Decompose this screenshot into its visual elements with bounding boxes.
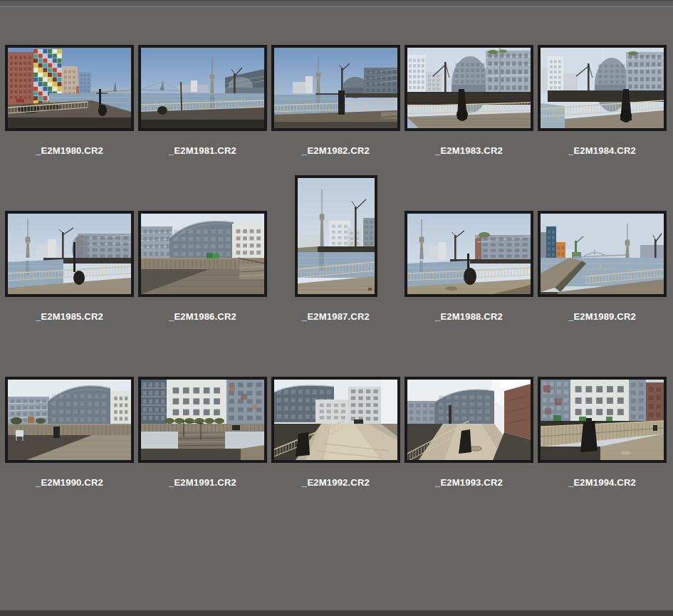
thumb-area <box>405 174 533 297</box>
photo-thumbnail[interactable] <box>5 211 134 297</box>
photo-thumbnail[interactable] <box>5 45 134 131</box>
photo-cell: _E2M1993.CR2 <box>402 377 536 488</box>
photo-filename[interactable]: _E2M1980.CR2 <box>36 145 103 156</box>
photo-thumbnail[interactable] <box>538 377 667 463</box>
photo-thumbnail[interactable] <box>538 45 667 131</box>
photo-thumbnail[interactable] <box>295 175 377 297</box>
thumb-area <box>295 174 377 297</box>
photo-filename[interactable]: _E2M1986.CR2 <box>169 311 236 322</box>
photo-image <box>407 214 531 294</box>
photo-filename[interactable]: _E2M1992.CR2 <box>302 477 370 488</box>
thumb-area <box>138 377 267 463</box>
photo-filename[interactable]: _E2M1984.CR2 <box>568 145 636 156</box>
photo-image <box>141 380 264 460</box>
photo-image <box>141 48 264 128</box>
thumb-area <box>5 377 134 463</box>
photo-image <box>407 48 531 128</box>
photo-image <box>541 214 664 294</box>
photo-image <box>8 48 131 128</box>
thumb-area <box>538 45 667 131</box>
photo-image <box>298 178 375 294</box>
photo-image <box>541 48 664 128</box>
thumb-area <box>538 377 667 463</box>
photo-cell: _E2M1984.CR2 <box>536 45 669 156</box>
photo-cell: _E2M1991.CR2 <box>136 377 269 488</box>
photo-filename[interactable]: _E2M1988.CR2 <box>435 311 503 322</box>
thumbnail-row-3: _E2M1990.CR2_E2M1991.CR2_E2M1992.CR2_E2M… <box>3 377 669 488</box>
thumb-area <box>5 174 134 297</box>
photo-image <box>274 380 397 460</box>
photo-thumbnail[interactable] <box>271 377 400 463</box>
photo-cell: _E2M1989.CR2 <box>536 174 669 322</box>
top-bar <box>0 0 673 7</box>
photo-cell: _E2M1982.CR2 <box>269 45 402 156</box>
photo-image <box>141 214 264 294</box>
photo-filename[interactable]: _E2M1994.CR2 <box>568 477 636 488</box>
photo-filename[interactable]: _E2M1990.CR2 <box>36 477 103 488</box>
photo-cell: _E2M1990.CR2 <box>3 377 136 488</box>
photo-thumbnail[interactable] <box>5 377 134 463</box>
photo-filename[interactable]: _E2M1982.CR2 <box>302 145 370 156</box>
photo-thumbnail[interactable] <box>138 45 267 131</box>
photo-thumbnail[interactable] <box>405 45 533 131</box>
photo-thumbnail[interactable] <box>538 211 667 297</box>
photo-filename[interactable]: _E2M1991.CR2 <box>169 477 236 488</box>
photo-image <box>8 380 131 460</box>
photo-filename[interactable]: _E2M1989.CR2 <box>568 311 636 322</box>
thumb-area <box>5 45 134 131</box>
photo-filename[interactable]: _E2M1981.CR2 <box>169 145 236 156</box>
thumb-area <box>538 174 667 297</box>
photo-cell: _E2M1981.CR2 <box>136 45 269 156</box>
photo-filename[interactable]: _E2M1983.CR2 <box>435 145 503 156</box>
thumbnail-row-2: _E2M1985.CR2_E2M1986.CR2_E2M1987.CR2_E2M… <box>3 174 669 322</box>
photo-thumbnail[interactable] <box>405 377 533 463</box>
photo-cell: _E2M1988.CR2 <box>402 174 536 322</box>
photo-cell: _E2M1994.CR2 <box>536 377 669 488</box>
thumb-area <box>405 377 533 463</box>
status-bar <box>0 610 673 616</box>
photo-filename[interactable]: _E2M1985.CR2 <box>36 311 103 322</box>
thumb-area <box>271 377 400 463</box>
photo-image <box>541 380 664 460</box>
photo-image <box>407 380 531 460</box>
thumb-area <box>405 45 533 131</box>
photo-image <box>274 48 397 128</box>
photo-thumbnail[interactable] <box>405 211 533 297</box>
photo-image <box>8 214 131 294</box>
photo-filename[interactable]: _E2M1993.CR2 <box>435 477 503 488</box>
photo-cell: _E2M1980.CR2 <box>3 45 136 156</box>
photo-thumbnail[interactable] <box>271 45 400 131</box>
photo-cell: _E2M1983.CR2 <box>402 45 536 156</box>
photo-thumbnail[interactable] <box>138 211 267 297</box>
photo-cell: _E2M1985.CR2 <box>3 174 136 322</box>
photo-cell: _E2M1986.CR2 <box>136 174 269 322</box>
photo-cell: _E2M1992.CR2 <box>269 377 402 488</box>
thumb-area <box>138 45 267 131</box>
thumb-area <box>271 45 400 131</box>
thumb-area <box>138 174 267 297</box>
thumbnail-row-1: _E2M1980.CR2_E2M1981.CR2_E2M1982.CR2_E2M… <box>3 45 669 156</box>
photo-cell: _E2M1987.CR2 <box>269 174 402 322</box>
photo-filename[interactable]: _E2M1987.CR2 <box>302 311 370 322</box>
photo-thumbnail[interactable] <box>138 377 267 463</box>
